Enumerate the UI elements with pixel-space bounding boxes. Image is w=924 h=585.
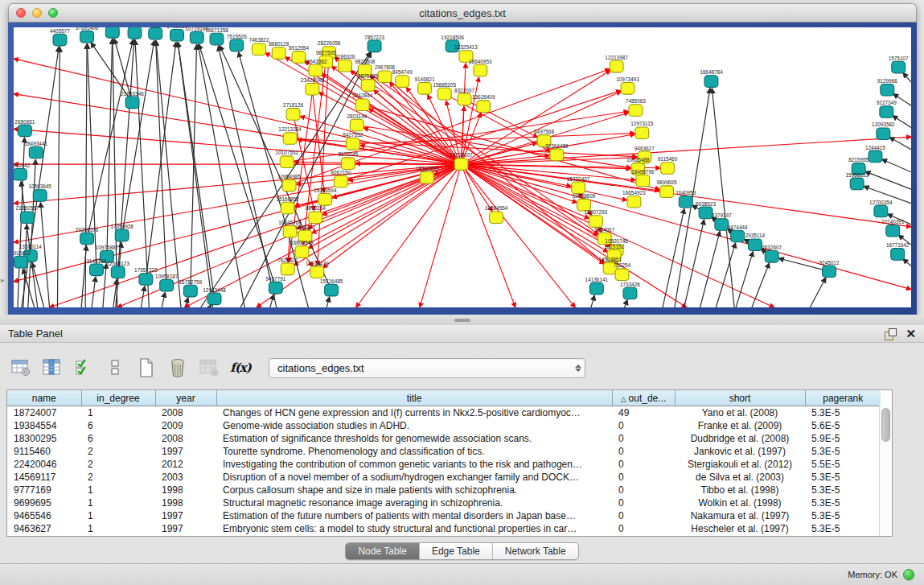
graph-node[interactable]: 8186328 [335, 54, 355, 72]
graph-node[interactable]: 16914479 [306, 261, 329, 278]
close-window-button[interactable] [16, 8, 26, 18]
zoom-window-button[interactable] [48, 8, 58, 18]
column-header-name[interactable]: name [7, 390, 81, 406]
graph-node[interactable]: 2650651 [14, 119, 35, 137]
graph-node[interactable]: 18495796 [631, 169, 655, 187]
graph-node[interactable]: 1575107 [889, 56, 909, 73]
float-panel-icon[interactable] [885, 328, 896, 340]
graph-node[interactable]: 1733426 [620, 282, 640, 299]
graph-node[interactable]: 15720407 [567, 176, 590, 194]
column-header-pagerank[interactable]: pagerank [805, 390, 881, 406]
graph-node[interactable]: 21953346 [121, 91, 144, 109]
graph-node[interactable]: 12973115 [630, 122, 654, 139]
graph-node[interactable]: 9227349 [877, 100, 897, 117]
table-selector-dropdown[interactable]: citations_edges.txt [269, 358, 585, 378]
graph-node[interactable]: 12505123 [106, 261, 129, 278]
graph-node[interactable]: 15716485 [320, 278, 343, 296]
graph-node[interactable]: 15885205 [433, 82, 456, 100]
graph-node[interactable]: 18913450 [101, 27, 125, 38]
graph-node[interactable]: 752254 [614, 262, 631, 280]
splitter-grip-icon[interactable] [454, 319, 470, 322]
graph-node[interactable]: 8454749 [392, 69, 413, 87]
tab-node-table[interactable]: Node Table [346, 543, 419, 559]
graph-node[interactable]: 10593645 [28, 183, 51, 201]
graph-node[interactable]: 7515526 [227, 34, 247, 51]
graph-node[interactable]: 13626409 [472, 94, 495, 112]
function-builder-icon[interactable]: f(x) [229, 356, 252, 379]
graph-node[interactable]: 2718126 [283, 102, 303, 120]
graph-node[interactable]: 9457791 [265, 276, 285, 294]
graph-node[interactable]: 10653287 [123, 27, 146, 39]
table-settings-icon[interactable] [10, 356, 32, 379]
graph-node[interactable]: 16671358 [205, 27, 228, 45]
graph-node[interactable]: 1145194 [87, 258, 107, 276]
graph-node[interactable]: 9115460 [658, 156, 678, 174]
table-row[interactable]: 969969511998Structural magnetic resonanc… [7, 496, 881, 509]
graph-node[interactable]: 9146821 [414, 76, 434, 94]
graph-node[interactable]: 8427552 [343, 132, 363, 150]
table-row[interactable]: 2242004622012Investigating the contribut… [7, 458, 881, 471]
node-table-grid[interactable]: namein_degreeyeartitle△out_de...shortpag… [7, 390, 881, 535]
graph-node[interactable]: 9129966 [877, 78, 897, 96]
graph-node[interactable]: 19384554 [485, 206, 508, 224]
table-row[interactable]: 1456911722003Disruption of a novel membe… [7, 471, 881, 484]
graph-node[interactable]: 16771642 [886, 242, 910, 260]
table-row[interactable]: 946554611997Estimation of the future num… [7, 509, 881, 522]
graph-node[interactable]: 17359928 [110, 224, 133, 241]
column-header-out_de[interactable]: △out_de... [612, 390, 675, 406]
graph-node[interactable]: 5875685 [358, 73, 378, 91]
graph-node[interactable]: 1527602 [146, 27, 166, 39]
column-header-short[interactable]: short [675, 390, 805, 406]
table-row[interactable]: 946362711997Embryonic stem cells: a mode… [7, 522, 881, 535]
graph-node[interactable]: 16648784 [700, 69, 723, 87]
hidden-panel-arrow-icon[interactable]: ▸ [1, 276, 5, 284]
graph-node[interactable]: 4405577 [50, 28, 70, 46]
merge-columns-icon[interactable] [104, 356, 126, 379]
graph-node[interactable]: 21650557 [16, 206, 39, 224]
new-document-icon[interactable] [135, 356, 158, 379]
window-titlebar[interactable]: citations_edges.txt [8, 3, 917, 23]
minimize-window-button[interactable] [32, 8, 42, 18]
delete-icon[interactable] [166, 356, 189, 379]
close-panel-icon[interactable]: ✕ [906, 328, 916, 340]
table-row[interactable]: 977716911998Corpus callosum shape and si… [7, 484, 881, 496]
graph-node[interactable]: 14136141 [585, 277, 609, 295]
graph-node[interactable]: 12093582 [872, 122, 895, 140]
graph-node[interactable]: 1640953 [676, 190, 696, 208]
graph-node[interactable]: 23420046 [301, 77, 324, 95]
table-row[interactable]: 1938455462009Genome-wide association stu… [7, 419, 881, 432]
show-columns-icon[interactable] [41, 356, 64, 379]
graph-node[interactable]: 37691406 [76, 27, 99, 43]
graph-node[interactable]: 7625402 [277, 257, 298, 275]
traffic-lights [16, 8, 58, 18]
column-header-in_degree[interactable]: in_degree [81, 390, 155, 406]
row-select-icon[interactable] [72, 356, 95, 379]
table-row[interactable]: 1872400712008Changes of HCN gene express… [7, 406, 881, 420]
graph-node[interactable]: 6466160 [167, 27, 187, 41]
column-header-year[interactable]: year [155, 390, 216, 406]
graph-node[interactable]: 7485063 [626, 98, 646, 116]
table-row[interactable]: 1830029562008Estimation of significance … [7, 432, 881, 445]
graph-node[interactable]: 3242844 [352, 93, 372, 111]
graph-node[interactable]: 16782759 [179, 279, 203, 297]
tab-edge-table[interactable]: Edge Table [419, 543, 492, 559]
graph-node[interactable]: 9899695 [656, 179, 676, 197]
graph-node[interactable]: 16654923 [622, 190, 646, 208]
tab-network-table[interactable]: Network Table [492, 543, 578, 559]
table-scrollbar-thumb[interactable] [881, 408, 890, 442]
graph-node[interactable]: 8660128 [269, 41, 289, 59]
table-row[interactable]: 911546021997Tourette syndrome. Phenomeno… [7, 445, 881, 458]
graph-node[interactable]: 7902642 [14, 163, 31, 180]
graph-node[interactable]: 7463822 [248, 38, 269, 56]
graph-node[interactable]: 10958187 [155, 274, 179, 291]
graph-node[interactable]: 8170045 [338, 151, 358, 169]
graph-node[interactable]: 10740391 [881, 219, 905, 237]
graph-node[interactable]: 7632607 [762, 245, 782, 262]
graph-node[interactable]: 7857223 [364, 35, 384, 52]
graph-node[interactable]: 12213384 [278, 126, 302, 144]
table-scrollbar[interactable] [879, 406, 892, 536]
column-header-title[interactable]: title [216, 390, 612, 406]
citation-network-graph[interactable]: 4405577376914061891345010653287152760264… [14, 27, 911, 307]
network-canvas[interactable]: 4405577376914061891345010653287152760264… [14, 27, 911, 307]
graph-node[interactable]: 18640953 [469, 59, 492, 76]
